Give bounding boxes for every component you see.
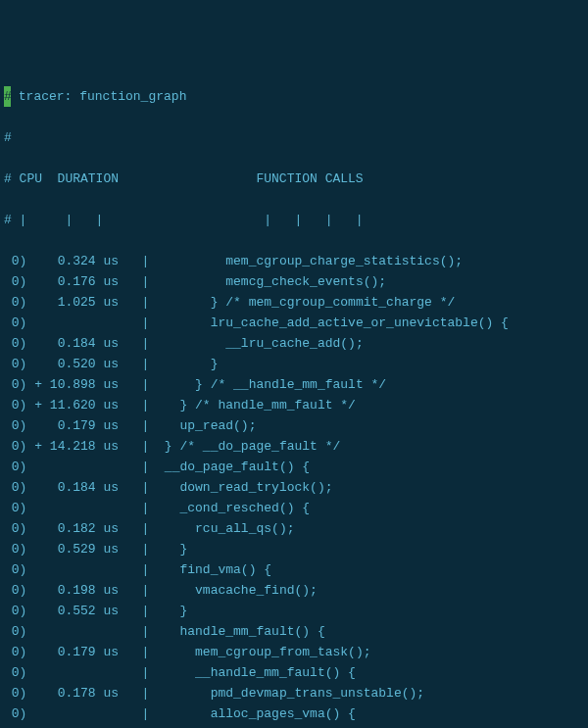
flag-col [34, 501, 42, 515]
duration-col [42, 706, 119, 721]
separator: | [119, 357, 165, 371]
duration-col: 0.179 us [42, 418, 119, 433]
trace-row: 0) + 14.218 us | } /* __do_page_fault */ [0, 436, 588, 457]
duration-col: 0.552 us [42, 604, 119, 618]
cpu-col: 0) [4, 604, 26, 618]
duration-col: 0.529 us [42, 542, 119, 557]
cpu-col: 0) [4, 562, 26, 577]
flag-col: + [34, 377, 42, 392]
cpu-col: 0) [4, 398, 26, 413]
function-call: } [165, 604, 187, 618]
function-call: find_vma() { [165, 562, 271, 577]
function-call: _cond_resched() { [165, 501, 310, 515]
cpu-col: 0) [4, 645, 26, 659]
trace-row: 0) 0.324 us | mem_cgroup_charge_statisti… [0, 251, 588, 271]
cursor: # [4, 86, 11, 107]
duration-col: 0.179 us [42, 645, 119, 659]
duration-col: 1.025 us [42, 295, 119, 310]
trace-row: 0) 0.184 us | down_read_trylock(); [0, 477, 588, 498]
separator: | [119, 418, 165, 433]
function-call: } [165, 542, 187, 557]
function-call: __lru_cache_add(); [165, 336, 364, 351]
trace-body: 0) 0.324 us | mem_cgroup_charge_statisti… [0, 251, 588, 728]
cpu-col: 0) [4, 439, 26, 454]
flag-col [34, 357, 42, 371]
duration-col: 0.184 us [42, 336, 119, 351]
header-ruler: # | | | | | | | [0, 210, 588, 230]
header-hash: # [0, 127, 588, 148]
cpu-col: 0) [4, 686, 26, 701]
trace-row: 0) | _cond_resched() { [0, 498, 588, 518]
trace-row: 0) 0.179 us | __get_vma_policy(); [0, 724, 588, 728]
flag-col [34, 336, 42, 351]
cpu-col: 0) [4, 274, 26, 289]
function-call: __do_page_fault() { [165, 460, 310, 474]
flag-col [34, 480, 42, 495]
duration-col: 0.198 us [42, 583, 119, 598]
separator: | [119, 274, 165, 289]
separator: | [119, 521, 165, 536]
function-call: } /* __do_page_fault */ [165, 439, 340, 454]
tracer-title: tracer: function_graph [11, 89, 186, 104]
duration-col: 0.184 us [42, 480, 119, 495]
flag-col [34, 562, 42, 577]
trace-row: 0) 0.179 us | up_read(); [0, 415, 588, 436]
function-call: handle_mm_fault() { [165, 624, 325, 639]
duration-col: 0.178 us [42, 686, 119, 701]
duration-col: 14.218 us [42, 439, 119, 454]
cpu-col: 0) [4, 624, 26, 639]
separator: | [119, 686, 165, 701]
trace-row: 0) 0.179 us | mem_cgroup_from_task(); [0, 642, 588, 662]
separator: | [119, 562, 165, 577]
trace-row: 0) | find_vma() { [0, 559, 588, 580]
cpu-col: 0) [4, 501, 26, 515]
function-call: memcg_check_events(); [165, 274, 386, 289]
separator: | [119, 336, 165, 351]
separator: | [119, 254, 165, 268]
trace-row: 0) | lru_cache_add_active_or_unevictable… [0, 313, 588, 333]
separator: | [119, 439, 165, 454]
separator: | [119, 460, 165, 474]
separator: | [119, 645, 165, 659]
cpu-col: 0) [4, 295, 26, 310]
cpu-col: 0) [4, 480, 26, 495]
flag-col [34, 542, 42, 557]
flag-col: + [34, 439, 42, 454]
flag-col [34, 460, 42, 474]
duration-col: 0.324 us [42, 254, 119, 268]
separator: | [119, 480, 165, 495]
trace-row: 0) + 11.620 us | } /* handle_mm_fault */ [0, 395, 588, 415]
trace-row: 0) 0.184 us | __lru_cache_add(); [0, 333, 588, 354]
trace-row: 0) 0.198 us | vmacache_find(); [0, 580, 588, 601]
separator: | [119, 295, 165, 310]
function-call: } [165, 357, 219, 371]
flag-col [34, 274, 42, 289]
cpu-col: 0) [4, 315, 26, 330]
flag-col [34, 645, 42, 659]
cpu-col: 0) [4, 665, 26, 680]
flag-col [34, 521, 42, 536]
cpu-col: 0) [4, 583, 26, 598]
function-call: rcu_all_qs(); [165, 521, 295, 536]
cpu-col: 0) [4, 521, 26, 536]
cpu-col: 0) [4, 254, 26, 268]
function-call: alloc_pages_vma() { [165, 706, 356, 721]
duration-col: 0.176 us [42, 274, 119, 289]
trace-row: 0) | __do_page_fault() { [0, 457, 588, 477]
cpu-col: 0) [4, 542, 26, 557]
flag-col [34, 624, 42, 639]
separator: | [119, 583, 165, 598]
duration-col: 0.182 us [42, 521, 119, 536]
duration-col [42, 562, 119, 577]
duration-col: 10.898 us [42, 377, 119, 392]
flag-col [34, 583, 42, 598]
trace-row: 0) | alloc_pages_vma() { [0, 704, 588, 724]
separator: | [119, 377, 165, 392]
trace-row: 0) 0.529 us | } [0, 539, 588, 559]
duration-col [42, 460, 119, 474]
flag-col [34, 254, 42, 268]
cpu-col: 0) [4, 336, 26, 351]
trace-row: 0) 0.176 us | memcg_check_events(); [0, 271, 588, 292]
flag-col [34, 686, 42, 701]
flag-col [34, 418, 42, 433]
